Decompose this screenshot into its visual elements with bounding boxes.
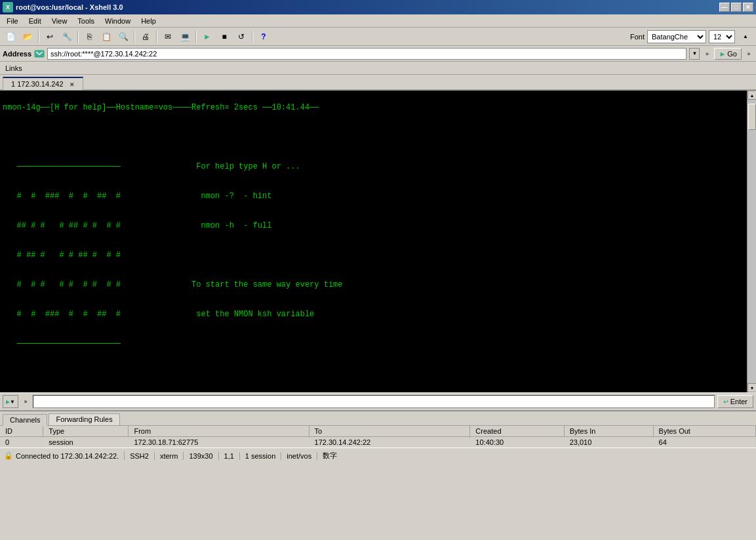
command-input[interactable] (33, 395, 715, 408)
title-bar: X root@vos:/usr/local - Xshell 3.0 — □ ✕ (0, 0, 756, 14)
menu-window[interactable]: Window (100, 16, 136, 26)
col-header-bytes-out: Bytes Out (653, 426, 755, 437)
toolbar: 📄 📂 ↩ 🔧 ⎘ 📋 🔍 🖨 ✉ 💻 ► ■ ↺ ? Font BatangC… (0, 28, 756, 46)
menu-tools[interactable]: Tools (72, 16, 100, 26)
cell-bytes-out: 64 (653, 437, 755, 448)
menu-file[interactable]: File (1, 16, 24, 26)
terminal-line-8: —————————————————————— (3, 339, 121, 348)
tab-close-0[interactable]: ✕ (70, 81, 75, 88)
help-button[interactable]: ? (256, 30, 271, 44)
terminal-line-6: # # # # # # # # # To start the same way … (3, 280, 342, 289)
terminal-container: nmon-14g——[H for help]——Hostname=vos————… (0, 91, 756, 392)
status-sessions: 1 session (245, 452, 281, 460)
scroll-thumb[interactable] (748, 104, 756, 130)
terminal-line-5: # ## # # # ## # # # (3, 251, 121, 260)
maximize-button[interactable]: □ (731, 3, 742, 12)
menu-help[interactable]: Help (136, 16, 161, 26)
expand-right-button[interactable]: » (744, 48, 753, 60)
open-button[interactable]: 📂 (20, 30, 35, 44)
command-enter[interactable]: ↵ Enter (717, 395, 753, 408)
session-tab-0[interactable]: 1 172.30.14.242 ✕ (3, 77, 83, 90)
status-input-mode: 数字 (323, 451, 342, 461)
forwarding-rules-tab[interactable]: Forwarding Rules (49, 413, 119, 425)
properties-button[interactable]: 🔧 (59, 30, 75, 44)
refresh-button[interactable]: ↩ (42, 30, 58, 44)
status-position: 1,1 (224, 452, 240, 460)
cell-type: session (43, 437, 129, 448)
col-header-to: To (309, 426, 470, 437)
col-header-type: Type (43, 426, 129, 437)
tab-bar: 1 172.30.14.242 ✕ (0, 75, 756, 91)
status-network: inet/vos (287, 452, 317, 460)
channels-tab[interactable]: Channels (3, 414, 47, 426)
toolbar-separator-2 (77, 31, 79, 43)
paste-button[interactable]: 📋 (98, 30, 114, 44)
table-row[interactable]: 0 session 172.30.18.71:62775 172.30.14.2… (0, 437, 756, 448)
col-header-created: Created (470, 426, 564, 437)
menu-edit[interactable]: Edit (24, 16, 47, 26)
disconnect-button[interactable]: ■ (216, 30, 232, 44)
col-header-bytes-in: Bytes In (564, 426, 653, 437)
protocol-text: SSH2 (130, 452, 149, 460)
status-protocol: SSH2 (130, 452, 155, 460)
expand-button[interactable]: » (702, 48, 711, 60)
font-select[interactable]: BatangChe (647, 30, 706, 43)
terminal-line-0: nmon-14g——[H for help]——Hostname=vos————… (3, 103, 319, 112)
font-size-up-button[interactable]: ▲ (738, 30, 753, 44)
terminal-line-4: ## # # # ## # # # # nmon -h - full (3, 221, 271, 230)
address-icon (34, 49, 45, 59)
toolbar-separator-1 (38, 31, 39, 43)
command-expand[interactable]: » (21, 396, 30, 407)
reconnect-button[interactable]: ↺ (233, 30, 249, 44)
network-text: inet/vos (287, 452, 311, 460)
close-button[interactable]: ✕ (743, 3, 753, 12)
window-controls: — □ ✕ (719, 3, 753, 12)
channels-panel: Channels Forwarding Rules ID Type From T… (0, 411, 756, 447)
font-size-select[interactable]: 12 (709, 30, 735, 43)
toolbar-separator-4 (156, 31, 157, 43)
copy-button[interactable]: ⎘ (81, 30, 97, 44)
go-button[interactable]: ► Go (714, 48, 742, 60)
address-label: Address (3, 50, 31, 58)
print-button[interactable]: 🖨 (138, 30, 153, 44)
scroll-up-arrow[interactable]: ▲ (747, 91, 756, 100)
connected-text: Connected to 172.30.14.242:22. (16, 452, 119, 460)
command-dropdown[interactable]: ▶▼ (3, 395, 18, 408)
menu-view[interactable]: View (47, 16, 73, 26)
toolbar-separator-6 (252, 31, 253, 43)
svg-rect-0 (35, 51, 44, 57)
app-icon: X (3, 2, 13, 12)
status-bar: 🔒 Connected to 172.30.14.242:22. SSH2 xt… (0, 447, 756, 463)
address-input[interactable] (47, 48, 686, 60)
font-controls: Font BatangChe 12 ▲ (630, 30, 753, 44)
local-shell-button[interactable]: 💻 (177, 30, 193, 44)
terminal-scrollbar[interactable]: ▲ ▼ (747, 91, 756, 392)
connect-button[interactable]: ► (199, 30, 215, 44)
toolbar-separator-3 (134, 31, 135, 43)
compose-button[interactable]: ✉ (160, 30, 176, 44)
command-bar: ▶▼ » ↵ Enter (0, 392, 756, 411)
col-header-id: ID (0, 426, 43, 437)
font-label: Font (630, 33, 645, 41)
cell-bytes-in: 23,010 (564, 437, 653, 448)
cell-to: 172.30.14.242:22 (309, 437, 470, 448)
term-type-text: xterm (160, 452, 178, 460)
minimize-button[interactable]: — (719, 3, 730, 12)
cell-id: 0 (0, 437, 43, 448)
terminal-line-7: # # ### # # ## # set the NMON ksh variab… (3, 310, 314, 319)
channels-table: ID Type From To Created Bytes In Bytes O… (0, 426, 756, 447)
address-dropdown[interactable]: ▼ (689, 48, 700, 60)
tab-label-0: 1 172.30.14.242 (11, 80, 64, 88)
channels-tab-bar: Channels Forwarding Rules (0, 411, 756, 426)
find-button[interactable]: 🔍 (115, 30, 131, 44)
terminal-line-3: # # ### # # ## # nmon -? - hint (3, 192, 271, 201)
enter-label: Enter (730, 398, 747, 405)
scroll-down-arrow[interactable]: ▼ (747, 383, 756, 392)
new-session-button[interactable]: 📄 (3, 30, 18, 44)
address-bar: Address ▼ » ► Go » (0, 46, 756, 62)
status-term-type: xterm (160, 452, 184, 460)
toolbar-separator-5 (195, 31, 197, 43)
terminal-output[interactable]: nmon-14g——[H for help]——Hostname=vos————… (0, 91, 756, 392)
links-bar: Links (0, 62, 756, 75)
cell-from: 172.30.18.71:62775 (129, 437, 309, 448)
